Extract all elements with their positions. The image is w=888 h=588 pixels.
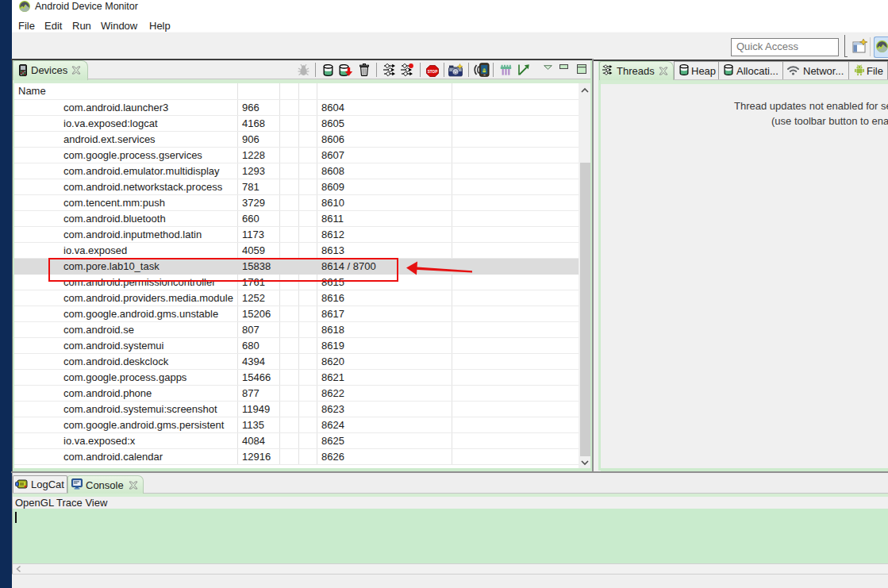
svg-text:STOP: STOP [428,70,437,74]
